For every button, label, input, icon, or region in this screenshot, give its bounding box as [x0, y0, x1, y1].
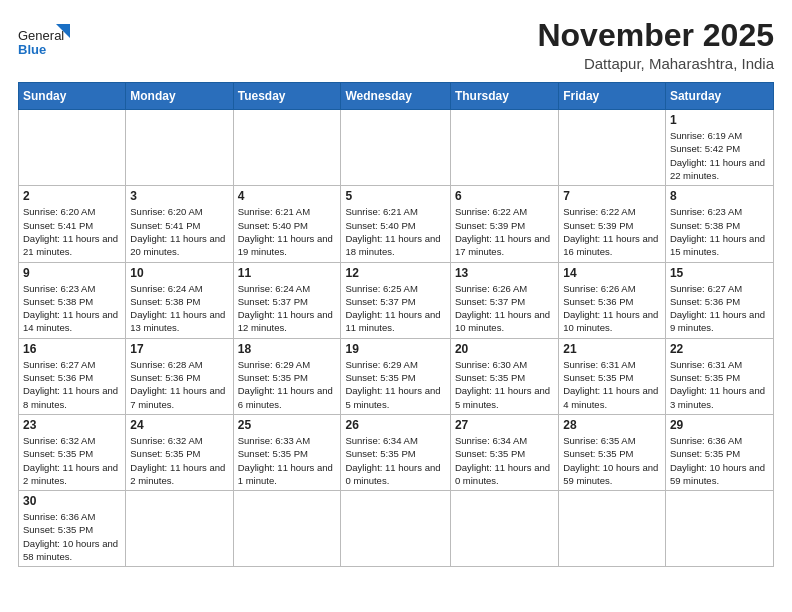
- calendar-cell: 5Sunrise: 6:21 AMSunset: 5:40 PMDaylight…: [341, 186, 450, 262]
- day-info: Sunrise: 6:27 AMSunset: 5:36 PMDaylight:…: [23, 358, 121, 411]
- svg-text:Blue: Blue: [18, 42, 46, 57]
- calendar-header-tuesday: Tuesday: [233, 83, 341, 110]
- calendar-cell: [559, 110, 666, 186]
- calendar-cell: 1Sunrise: 6:19 AMSunset: 5:42 PMDaylight…: [665, 110, 773, 186]
- day-info: Sunrise: 6:28 AMSunset: 5:36 PMDaylight:…: [130, 358, 228, 411]
- day-number: 9: [23, 266, 121, 280]
- calendar-week-6: 30Sunrise: 6:36 AMSunset: 5:35 PMDayligh…: [19, 491, 774, 567]
- day-info: Sunrise: 6:29 AMSunset: 5:35 PMDaylight:…: [238, 358, 337, 411]
- day-info: Sunrise: 6:20 AMSunset: 5:41 PMDaylight:…: [23, 205, 121, 258]
- day-number: 19: [345, 342, 445, 356]
- day-number: 1: [670, 113, 769, 127]
- day-number: 28: [563, 418, 661, 432]
- calendar-cell: 8Sunrise: 6:23 AMSunset: 5:38 PMDaylight…: [665, 186, 773, 262]
- day-info: Sunrise: 6:32 AMSunset: 5:35 PMDaylight:…: [130, 434, 228, 487]
- day-number: 5: [345, 189, 445, 203]
- calendar-cell: [341, 491, 450, 567]
- day-number: 30: [23, 494, 121, 508]
- day-info: Sunrise: 6:22 AMSunset: 5:39 PMDaylight:…: [563, 205, 661, 258]
- calendar-header-row: SundayMondayTuesdayWednesdayThursdayFrid…: [19, 83, 774, 110]
- calendar-cell: [341, 110, 450, 186]
- day-info: Sunrise: 6:21 AMSunset: 5:40 PMDaylight:…: [345, 205, 445, 258]
- title-block: November 2025 Dattapur, Maharashtra, Ind…: [537, 18, 774, 72]
- calendar-cell: [126, 110, 233, 186]
- day-info: Sunrise: 6:33 AMSunset: 5:35 PMDaylight:…: [238, 434, 337, 487]
- day-info: Sunrise: 6:30 AMSunset: 5:35 PMDaylight:…: [455, 358, 554, 411]
- logo-image: General Blue: [18, 18, 72, 62]
- calendar-cell: [126, 491, 233, 567]
- day-info: Sunrise: 6:24 AMSunset: 5:37 PMDaylight:…: [238, 282, 337, 335]
- calendar-week-2: 2Sunrise: 6:20 AMSunset: 5:41 PMDaylight…: [19, 186, 774, 262]
- header: General Blue November 2025 Dattapur, Mah…: [18, 18, 774, 72]
- calendar-cell: 10Sunrise: 6:24 AMSunset: 5:38 PMDayligh…: [126, 262, 233, 338]
- calendar-header-wednesday: Wednesday: [341, 83, 450, 110]
- calendar-cell: 26Sunrise: 6:34 AMSunset: 5:35 PMDayligh…: [341, 414, 450, 490]
- day-number: 27: [455, 418, 554, 432]
- day-info: Sunrise: 6:22 AMSunset: 5:39 PMDaylight:…: [455, 205, 554, 258]
- calendar-cell: 25Sunrise: 6:33 AMSunset: 5:35 PMDayligh…: [233, 414, 341, 490]
- day-info: Sunrise: 6:36 AMSunset: 5:35 PMDaylight:…: [670, 434, 769, 487]
- calendar-cell: 11Sunrise: 6:24 AMSunset: 5:37 PMDayligh…: [233, 262, 341, 338]
- day-info: Sunrise: 6:26 AMSunset: 5:36 PMDaylight:…: [563, 282, 661, 335]
- calendar-cell: 21Sunrise: 6:31 AMSunset: 5:35 PMDayligh…: [559, 338, 666, 414]
- day-number: 14: [563, 266, 661, 280]
- calendar-cell: 7Sunrise: 6:22 AMSunset: 5:39 PMDaylight…: [559, 186, 666, 262]
- calendar-cell: 27Sunrise: 6:34 AMSunset: 5:35 PMDayligh…: [450, 414, 558, 490]
- day-info: Sunrise: 6:31 AMSunset: 5:35 PMDaylight:…: [670, 358, 769, 411]
- calendar-header-sunday: Sunday: [19, 83, 126, 110]
- calendar-week-4: 16Sunrise: 6:27 AMSunset: 5:36 PMDayligh…: [19, 338, 774, 414]
- calendar-header-monday: Monday: [126, 83, 233, 110]
- page: General Blue November 2025 Dattapur, Mah…: [0, 0, 792, 612]
- calendar-table: SundayMondayTuesdayWednesdayThursdayFrid…: [18, 82, 774, 567]
- day-number: 20: [455, 342, 554, 356]
- day-number: 8: [670, 189, 769, 203]
- calendar-cell: 16Sunrise: 6:27 AMSunset: 5:36 PMDayligh…: [19, 338, 126, 414]
- day-info: Sunrise: 6:35 AMSunset: 5:35 PMDaylight:…: [563, 434, 661, 487]
- day-number: 16: [23, 342, 121, 356]
- day-number: 25: [238, 418, 337, 432]
- calendar-cell: 17Sunrise: 6:28 AMSunset: 5:36 PMDayligh…: [126, 338, 233, 414]
- calendar-header-friday: Friday: [559, 83, 666, 110]
- day-number: 11: [238, 266, 337, 280]
- day-number: 17: [130, 342, 228, 356]
- calendar-week-5: 23Sunrise: 6:32 AMSunset: 5:35 PMDayligh…: [19, 414, 774, 490]
- day-number: 12: [345, 266, 445, 280]
- logo: General Blue: [18, 18, 72, 62]
- calendar-cell: 22Sunrise: 6:31 AMSunset: 5:35 PMDayligh…: [665, 338, 773, 414]
- day-number: 18: [238, 342, 337, 356]
- calendar-week-1: 1Sunrise: 6:19 AMSunset: 5:42 PMDaylight…: [19, 110, 774, 186]
- day-info: Sunrise: 6:29 AMSunset: 5:35 PMDaylight:…: [345, 358, 445, 411]
- day-number: 23: [23, 418, 121, 432]
- day-number: 24: [130, 418, 228, 432]
- calendar-cell: 23Sunrise: 6:32 AMSunset: 5:35 PMDayligh…: [19, 414, 126, 490]
- day-info: Sunrise: 6:25 AMSunset: 5:37 PMDaylight:…: [345, 282, 445, 335]
- day-info: Sunrise: 6:36 AMSunset: 5:35 PMDaylight:…: [23, 510, 121, 563]
- calendar-cell: 3Sunrise: 6:20 AMSunset: 5:41 PMDaylight…: [126, 186, 233, 262]
- calendar-cell: 28Sunrise: 6:35 AMSunset: 5:35 PMDayligh…: [559, 414, 666, 490]
- day-info: Sunrise: 6:32 AMSunset: 5:35 PMDaylight:…: [23, 434, 121, 487]
- day-number: 7: [563, 189, 661, 203]
- calendar-cell: 20Sunrise: 6:30 AMSunset: 5:35 PMDayligh…: [450, 338, 558, 414]
- calendar-cell: 4Sunrise: 6:21 AMSunset: 5:40 PMDaylight…: [233, 186, 341, 262]
- calendar-cell: 13Sunrise: 6:26 AMSunset: 5:37 PMDayligh…: [450, 262, 558, 338]
- day-info: Sunrise: 6:34 AMSunset: 5:35 PMDaylight:…: [455, 434, 554, 487]
- calendar-cell: [450, 110, 558, 186]
- calendar-cell: 2Sunrise: 6:20 AMSunset: 5:41 PMDaylight…: [19, 186, 126, 262]
- day-info: Sunrise: 6:24 AMSunset: 5:38 PMDaylight:…: [130, 282, 228, 335]
- day-info: Sunrise: 6:23 AMSunset: 5:38 PMDaylight:…: [670, 205, 769, 258]
- location: Dattapur, Maharashtra, India: [537, 55, 774, 72]
- calendar-cell: [19, 110, 126, 186]
- day-info: Sunrise: 6:19 AMSunset: 5:42 PMDaylight:…: [670, 129, 769, 182]
- calendar-cell: 14Sunrise: 6:26 AMSunset: 5:36 PMDayligh…: [559, 262, 666, 338]
- calendar-cell: 15Sunrise: 6:27 AMSunset: 5:36 PMDayligh…: [665, 262, 773, 338]
- day-info: Sunrise: 6:34 AMSunset: 5:35 PMDaylight:…: [345, 434, 445, 487]
- calendar-body: 1Sunrise: 6:19 AMSunset: 5:42 PMDaylight…: [19, 110, 774, 567]
- calendar-cell: 6Sunrise: 6:22 AMSunset: 5:39 PMDaylight…: [450, 186, 558, 262]
- calendar-header-thursday: Thursday: [450, 83, 558, 110]
- day-number: 2: [23, 189, 121, 203]
- svg-text:General: General: [18, 28, 64, 43]
- calendar-cell: 9Sunrise: 6:23 AMSunset: 5:38 PMDaylight…: [19, 262, 126, 338]
- day-number: 22: [670, 342, 769, 356]
- calendar-cell: 30Sunrise: 6:36 AMSunset: 5:35 PMDayligh…: [19, 491, 126, 567]
- month-title: November 2025: [537, 18, 774, 53]
